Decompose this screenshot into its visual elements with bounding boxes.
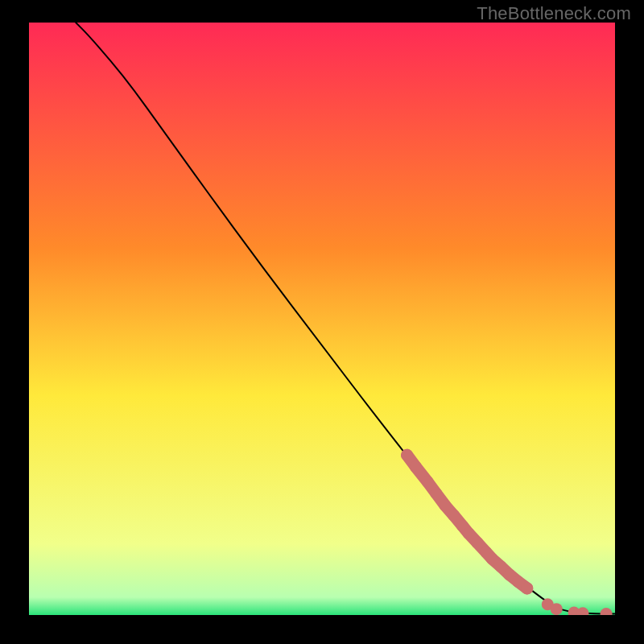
- chart-stage: TheBottleneck.com: [0, 0, 644, 644]
- plot-area: [29, 23, 615, 615]
- watermark-text: TheBottleneck.com: [477, 3, 631, 24]
- highlight-seg-cap: [521, 582, 533, 594]
- tail-marker-dot: [551, 603, 563, 615]
- highlight-seg-cap: [401, 449, 413, 461]
- gradient-background: [29, 23, 615, 615]
- chart-svg: [29, 23, 615, 615]
